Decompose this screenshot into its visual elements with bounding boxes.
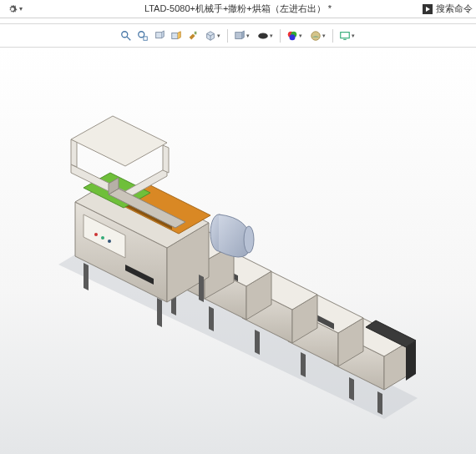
svg-marker-48 — [84, 263, 89, 290]
title-bar: ▾ LTAD-5080+机械手+撒粉+烘箱（左进右出） * 搜索命令 — [0, 0, 476, 18]
separator — [280, 29, 281, 43]
svg-marker-36 — [209, 306, 214, 331]
separator — [332, 29, 333, 43]
chevron-down-icon: ▾ — [246, 33, 250, 39]
chevron-down-icon: ▾ — [19, 5, 23, 13]
display-style-icon — [234, 30, 246, 42]
scene-icon — [310, 30, 322, 42]
document-title: LTAD-5080+机械手+撒粉+烘箱（左进右出） * — [144, 3, 332, 15]
prev-view-button[interactable] — [152, 28, 167, 43]
graphics-viewport[interactable] — [0, 48, 476, 454]
svg-marker-32 — [255, 330, 260, 355]
svg-rect-5 — [171, 33, 177, 38]
svg-marker-50 — [199, 275, 204, 302]
svg-point-9 — [261, 34, 265, 38]
separator — [227, 29, 228, 43]
edit-appearance-button[interactable]: ▾ — [284, 28, 306, 43]
svg-rect-14 — [341, 32, 350, 38]
zoom-area-icon — [137, 30, 149, 42]
view-toolbar: ▾ ▾ ▾ ▾ ▾ ▾ — [0, 24, 476, 48]
svg-rect-7 — [235, 32, 242, 38]
chevron-down-icon: ▾ — [322, 33, 326, 39]
zoom-fit-button[interactable] — [119, 28, 134, 43]
model-render — [0, 48, 476, 454]
monitor-icon — [339, 30, 351, 42]
svg-point-12 — [290, 34, 296, 40]
svg-rect-6 — [194, 31, 196, 34]
chevron-down-icon: ▾ — [299, 33, 302, 39]
svg-point-53 — [101, 236, 104, 240]
colorwheel-icon — [286, 30, 298, 42]
view-orientation-button[interactable]: ▾ — [202, 28, 224, 43]
section-view-button[interactable] — [169, 28, 184, 43]
svg-marker-23 — [406, 340, 416, 381]
view-orientation-icon — [205, 30, 216, 42]
section-view-icon — [170, 30, 182, 42]
paint-icon — [187, 30, 199, 42]
svg-rect-3 — [143, 36, 146, 39]
svg-marker-21 — [377, 391, 382, 415]
svg-marker-61 — [163, 145, 169, 173]
svg-point-52 — [94, 233, 98, 236]
eye-icon — [257, 30, 269, 42]
svg-point-0 — [121, 31, 127, 37]
zoom-area-button[interactable] — [135, 28, 150, 43]
command-search-button[interactable]: 搜索命令 — [423, 3, 473, 15]
svg-marker-20 — [349, 377, 354, 401]
svg-line-1 — [126, 36, 129, 39]
chevron-down-icon: ▾ — [352, 33, 355, 39]
chevron-down-icon: ▾ — [270, 33, 273, 39]
display-style-button[interactable]: ▾ — [231, 28, 253, 43]
chevron-down-icon: ▾ — [217, 33, 220, 39]
prev-view-icon — [154, 30, 165, 42]
svg-point-54 — [108, 240, 111, 243]
view-settings-button[interactable]: ▾ — [337, 28, 358, 43]
zoom-fit-icon — [120, 30, 132, 42]
command-search-label: 搜索命令 — [436, 3, 473, 15]
apply-scene-button[interactable]: ▾ — [307, 28, 329, 43]
svg-marker-62 — [71, 116, 167, 166]
svg-marker-49 — [157, 298, 162, 327]
dynamic-annotation-button[interactable] — [185, 28, 200, 43]
svg-marker-27 — [301, 352, 306, 377]
hide-show-button[interactable]: ▾ — [255, 28, 276, 43]
svg-rect-4 — [155, 32, 161, 38]
gear-icon — [8, 4, 18, 14]
settings-button[interactable]: ▾ — [3, 2, 27, 17]
svg-marker-60 — [71, 139, 77, 167]
svg-point-44 — [244, 226, 254, 253]
play-icon — [423, 4, 433, 14]
